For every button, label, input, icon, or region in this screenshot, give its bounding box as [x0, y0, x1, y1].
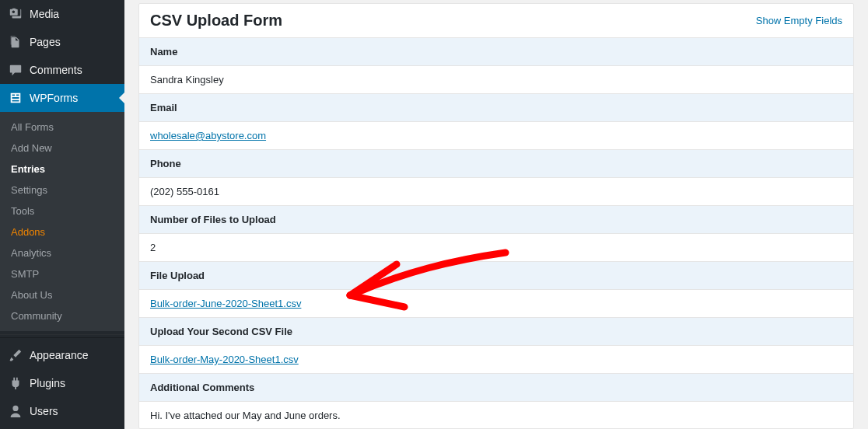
show-empty-fields-link[interactable]: Show Empty Fields [756, 15, 842, 26]
field-value-name: Sandra Kingsley [139, 66, 853, 94]
field-label-phone: Phone [139, 150, 853, 178]
sidebar-item-label: Pages [30, 36, 61, 48]
email-link[interactable]: wholesale@abystore.com [150, 130, 266, 141]
field-value-upload2: Bulk-order-May-2020-Sheet1.csv [139, 346, 853, 374]
sidebar-item-label: Comments [30, 64, 82, 76]
submenu-add-new[interactable]: Add New [0, 138, 124, 159]
sidebar-item-label: Appearance [30, 349, 89, 361]
panel-title: CSV Upload Form [150, 12, 282, 30]
sidebar-item-comments[interactable]: Comments [0, 56, 124, 84]
field-label-numfiles: Number of Files to Upload [139, 206, 853, 234]
file-link-1[interactable]: Bulk-order-June-2020-Sheet1.csv [150, 298, 301, 309]
sidebar-item-appearance[interactable]: Appearance [0, 341, 124, 369]
field-label-upload2: Upload Your Second CSV File [139, 318, 853, 346]
main-content: CSV Upload Form Show Empty Fields Name S… [124, 0, 868, 429]
file-link-2[interactable]: Bulk-order-May-2020-Sheet1.csv [150, 354, 299, 365]
sidebar-item-label: Users [30, 405, 58, 417]
sidebar-item-users[interactable]: Users [0, 397, 124, 425]
admin-sidebar: Media Pages Comments WPForms All Forms A… [0, 0, 124, 429]
media-icon [8, 6, 23, 22]
field-value-numfiles: 2 [139, 234, 853, 262]
field-label-comments: Additional Comments [139, 374, 853, 402]
field-value-phone: (202) 555-0161 [139, 178, 853, 206]
comment-icon [8, 62, 23, 78]
submenu-smtp[interactable]: SMTP [0, 263, 124, 284]
field-label-upload1: File Upload [139, 262, 853, 290]
field-label-name: Name [139, 38, 853, 66]
plug-icon [8, 375, 23, 391]
sidebar-item-label: Media [30, 8, 59, 20]
form-icon [8, 90, 23, 106]
brush-icon [8, 347, 23, 363]
submenu-all-forms[interactable]: All Forms [0, 117, 124, 138]
sidebar-item-wpforms[interactable]: WPForms [0, 84, 124, 112]
menu-separator [0, 334, 124, 338]
field-value-comments: Hi. I've attached our May and June order… [139, 402, 853, 429]
field-value-email: wholesale@abystore.com [139, 122, 853, 150]
submenu-about[interactable]: About Us [0, 284, 124, 305]
sidebar-item-media[interactable]: Media [0, 0, 124, 28]
sidebar-item-label: Plugins [30, 377, 65, 389]
panel-header: CSV Upload Form Show Empty Fields [139, 4, 853, 38]
field-value-upload1: Bulk-order-June-2020-Sheet1.csv [139, 290, 853, 318]
field-label-email: Email [139, 94, 853, 122]
submenu-settings[interactable]: Settings [0, 180, 124, 201]
pages-icon [8, 34, 23, 50]
wpforms-submenu: All Forms Add New Entries Settings Tools… [0, 112, 124, 331]
sidebar-item-pages[interactable]: Pages [0, 28, 124, 56]
entry-panel: CSV Upload Form Show Empty Fields Name S… [138, 3, 854, 429]
submenu-tools[interactable]: Tools [0, 201, 124, 221]
sidebar-item-label: WPForms [30, 92, 78, 104]
submenu-community[interactable]: Community [0, 305, 124, 326]
submenu-analytics[interactable]: Analytics [0, 242, 124, 263]
user-icon [8, 403, 23, 419]
sidebar-item-plugins[interactable]: Plugins [0, 369, 124, 397]
submenu-addons[interactable]: Addons [0, 221, 124, 242]
submenu-entries[interactable]: Entries [0, 159, 124, 180]
